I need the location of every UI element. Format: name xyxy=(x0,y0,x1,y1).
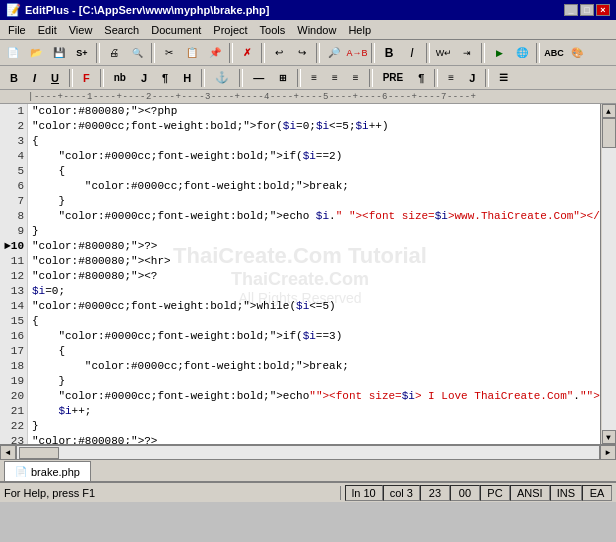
ruler-text: |----+----1----+----2----+----3----+----… xyxy=(28,92,476,102)
title-bar: 📝 EditPlus - [C:\AppServ\www\myphp\brake… xyxy=(0,0,616,20)
hr-button[interactable]: — xyxy=(247,68,270,88)
toolbar-sep3 xyxy=(229,43,233,63)
vertical-scrollbar[interactable]: ▲ ▼ xyxy=(600,104,616,444)
scroll-up-button[interactable]: ▲ xyxy=(602,104,616,118)
anchor-button[interactable]: ⚓ xyxy=(209,68,235,88)
browser-button[interactable]: 🌐 xyxy=(511,42,533,64)
line-number: 17 xyxy=(0,344,24,359)
menu-tools[interactable]: Tools xyxy=(254,22,292,38)
toolbar-sep9 xyxy=(536,43,540,63)
code-line: $i++; xyxy=(32,404,596,419)
code-line: } xyxy=(32,224,596,239)
align-left-button[interactable]: ≡ xyxy=(305,68,323,88)
script-button[interactable]: J xyxy=(463,68,481,88)
line-number: 11 xyxy=(0,254,24,269)
table-button[interactable]: ⊞ xyxy=(273,68,293,88)
line-number: 2 xyxy=(0,119,24,134)
pre-button[interactable]: PRE xyxy=(377,68,410,88)
status-mode: PC xyxy=(480,485,510,501)
hscroll-thumb[interactable] xyxy=(19,447,59,459)
file-tab[interactable]: 📄 brake.php xyxy=(4,461,91,481)
toolbar-sep7 xyxy=(426,43,430,63)
close-button[interactable]: × xyxy=(596,4,610,16)
print-preview-button[interactable]: 🔍 xyxy=(126,42,148,64)
line-number: 3 xyxy=(0,134,24,149)
scroll-right-button[interactable]: ► xyxy=(600,445,616,460)
delete-button[interactable]: ✗ xyxy=(236,42,258,64)
nbsp-button[interactable]: nb xyxy=(108,68,132,88)
bold-button[interactable]: B xyxy=(4,68,24,88)
code-line: "color:#0000cc;font-weight:bold;">if($i=… xyxy=(32,329,596,344)
line-number: 7 xyxy=(0,194,24,209)
code-line: { xyxy=(32,314,596,329)
scroll-left-button[interactable]: ◄ xyxy=(0,445,16,460)
spell-button[interactable]: ABC xyxy=(543,42,565,64)
save-button[interactable]: 💾 xyxy=(48,42,70,64)
status-num1: 23 xyxy=(420,485,450,501)
css-button[interactable]: ≡ xyxy=(442,68,460,88)
save-all-button[interactable]: S+ xyxy=(71,42,93,64)
italic-button[interactable]: I xyxy=(27,68,42,88)
redo-button[interactable]: ↪ xyxy=(291,42,313,64)
line-number: 5 xyxy=(0,164,24,179)
code-line: } xyxy=(32,194,596,209)
menu-view[interactable]: View xyxy=(63,22,99,38)
align-center-button[interactable]: ≡ xyxy=(326,68,344,88)
paste-button[interactable]: 📌 xyxy=(204,42,226,64)
extra-button[interactable]: ☰ xyxy=(493,68,514,88)
underline-button[interactable]: U xyxy=(45,68,65,88)
scroll-thumb[interactable] xyxy=(602,118,616,148)
align-right-button[interactable]: ≡ xyxy=(347,68,365,88)
undo-button[interactable]: ↩ xyxy=(268,42,290,64)
horizontal-scrollbar[interactable] xyxy=(16,445,600,460)
replace-button[interactable]: A→B xyxy=(346,42,368,64)
code-line: "color:#800080;">?> xyxy=(32,434,596,444)
heading-button[interactable]: H xyxy=(177,68,197,88)
status-num2: 00 xyxy=(450,485,480,501)
fmt-sep4 xyxy=(239,69,243,87)
hscrollbar-row: ◄ ► xyxy=(0,444,616,460)
toolbar-sep2 xyxy=(151,43,155,63)
list-button[interactable]: ¶ xyxy=(412,68,430,88)
run-button[interactable]: ▶ xyxy=(488,42,510,64)
title-bar-controls[interactable]: _ □ × xyxy=(564,4,610,16)
code-area[interactable]: "color:#800080;"><?php"color:#0000cc;fon… xyxy=(28,104,600,444)
font-color-button[interactable]: F xyxy=(77,68,96,88)
tab-bar: 📄 brake.php xyxy=(0,460,616,482)
menu-file[interactable]: File xyxy=(2,22,32,38)
word-wrap-button[interactable]: W↵ xyxy=(433,42,455,64)
maximize-button[interactable]: □ xyxy=(580,4,594,16)
print-button[interactable]: 🖨 xyxy=(103,42,125,64)
open-button[interactable]: 📂 xyxy=(25,42,47,64)
menu-window[interactable]: Window xyxy=(291,22,342,38)
toolbar1: 📄 📂 💾 S+ 🖨 🔍 ✂ 📋 📌 ✗ ↩ ↪ 🔎 A→B B I W↵ ⇥ … xyxy=(0,40,616,66)
find-button[interactable]: 🔎 xyxy=(323,42,345,64)
line-number: 1 xyxy=(0,104,24,119)
code-line: { xyxy=(32,164,596,179)
fmt-sep3 xyxy=(201,69,205,87)
scroll-down-button[interactable]: ▼ xyxy=(602,430,616,444)
minimize-button[interactable]: _ xyxy=(564,4,578,16)
editor-container[interactable]: ThaiCreate.Com Tutorial ThaiCreate.Com A… xyxy=(0,104,600,444)
italic-tb-button[interactable]: I xyxy=(401,42,423,64)
scroll-track[interactable] xyxy=(602,118,616,430)
justify-button[interactable]: J xyxy=(135,68,153,88)
color-button[interactable]: 🎨 xyxy=(566,42,588,64)
title-label: EditPlus - [C:\AppServ\www\myphp\brake.p… xyxy=(25,4,269,16)
status-ins: INS xyxy=(550,485,582,501)
editor-wrapper: ThaiCreate.Com Tutorial ThaiCreate.Com A… xyxy=(0,104,616,444)
menu-search[interactable]: Search xyxy=(98,22,145,38)
menu-edit[interactable]: Edit xyxy=(32,22,63,38)
paragraph-button[interactable]: ¶ xyxy=(156,68,174,88)
status-ea: EA xyxy=(582,485,612,501)
fmt-sep5 xyxy=(297,69,301,87)
tab-size-button[interactable]: ⇥ xyxy=(456,42,478,64)
menu-project[interactable]: Project xyxy=(207,22,253,38)
copy-button[interactable]: 📋 xyxy=(181,42,203,64)
cut-button[interactable]: ✂ xyxy=(158,42,180,64)
menu-document[interactable]: Document xyxy=(145,22,207,38)
menu-help[interactable]: Help xyxy=(342,22,377,38)
bold-tb-button[interactable]: B xyxy=(378,42,400,64)
menu-bar: File Edit View Search Document Project T… xyxy=(0,20,616,40)
new-button[interactable]: 📄 xyxy=(2,42,24,64)
